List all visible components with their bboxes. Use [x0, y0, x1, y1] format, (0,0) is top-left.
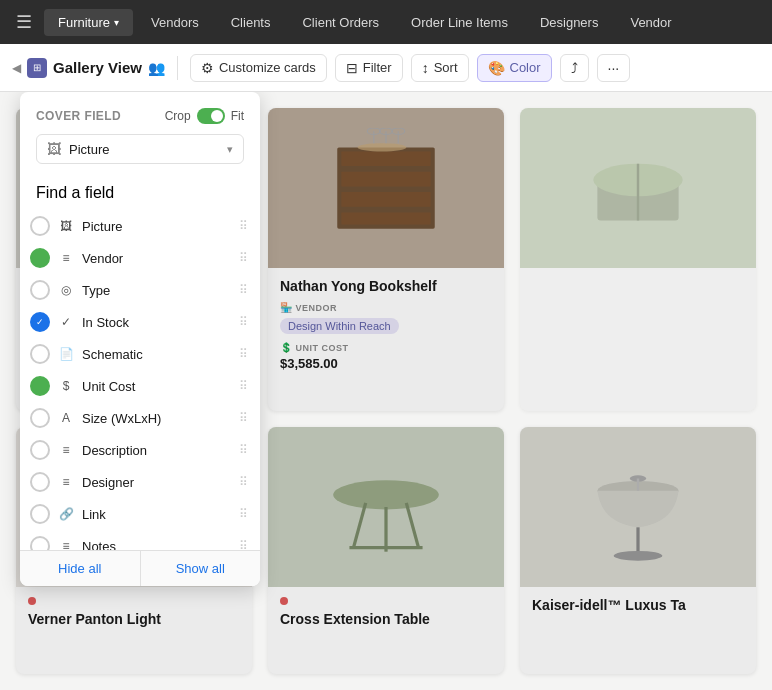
field-name-notes: Notes	[82, 539, 231, 551]
customize-panel: Cover field Crop Fit 🖼 Picture ▾ Find a …	[20, 92, 260, 586]
field-visibility-link[interactable]	[30, 504, 50, 524]
field-drag-type[interactable]: ⠿	[239, 283, 248, 297]
field-visibility-schematic[interactable]	[30, 344, 50, 364]
color-button[interactable]: 🎨 Color	[477, 54, 552, 82]
field-drag-vendor[interactable]: ⠿	[239, 251, 248, 265]
field-icon-notes: ≡	[58, 539, 74, 550]
field-name-description: Description	[82, 443, 231, 458]
nav-tab-order-line-items-label: Order Line Items	[411, 15, 508, 30]
color-dot-cross	[280, 597, 288, 605]
field-drag-description[interactable]: ⠿	[239, 443, 248, 457]
field-drag-link[interactable]: ⠿	[239, 507, 248, 521]
filter-button[interactable]: ⊟ Filter	[335, 54, 403, 82]
field-visibility-description[interactable]	[30, 440, 50, 460]
nav-tab-vendors[interactable]: Vendors	[137, 9, 213, 36]
hamburger-icon[interactable]: ☰	[8, 7, 40, 37]
nav-tab-order-line-items[interactable]: Order Line Items	[397, 9, 522, 36]
customize-cards-button[interactable]: ⚙ Customize cards	[190, 54, 327, 82]
svg-rect-11	[341, 172, 430, 187]
field-visibility-designer[interactable]	[30, 472, 50, 492]
field-name-in-stock: In Stock	[82, 315, 231, 330]
field-row-type[interactable]: ◎ Type ⠿	[20, 274, 260, 306]
field-row-schematic[interactable]: 📄 Schematic ⠿	[20, 338, 260, 370]
svg-rect-10	[341, 151, 430, 166]
field-drag-picture[interactable]: ⠿	[239, 219, 248, 233]
card-image-bookshelf	[268, 108, 504, 268]
card-outdoor[interactable]	[520, 108, 756, 411]
nav-tab-clients[interactable]: Clients	[217, 9, 285, 36]
field-icon-description: ≡	[58, 443, 74, 457]
card-vendor-badge-bookshelf: Design Within Reach	[280, 318, 399, 334]
nav-tab-vendor[interactable]: Vendor	[616, 9, 685, 36]
nav-tab-vendors-label: Vendors	[151, 15, 199, 30]
more-button[interactable]: ···	[597, 54, 631, 82]
field-icon-vendor: ≡	[58, 251, 74, 265]
fit-label: Fit	[231, 109, 244, 123]
field-row-designer[interactable]: ≡ Designer ⠿	[20, 466, 260, 498]
field-row-vendor[interactable]: ≡ Vendor ⠿	[20, 242, 260, 274]
show-all-button[interactable]: Show all	[141, 551, 261, 586]
field-icon-unit-cost: $	[58, 379, 74, 393]
filter-label: Filter	[363, 60, 392, 75]
card-title-lamp: Kaiser-idell™ Luxus Ta	[532, 597, 744, 613]
field-row-in-stock[interactable]: ✓ ✓ In Stock ⠿	[20, 306, 260, 338]
panel-crop-toggle-row: Crop Fit	[165, 108, 244, 124]
more-icon: ···	[608, 60, 620, 76]
card-title-verner: Verner Panton Light	[28, 611, 240, 627]
card-body-cross: Cross Extension Table	[268, 587, 504, 647]
field-icon-picture: 🖼	[58, 219, 74, 233]
field-name-designer: Designer	[82, 475, 231, 490]
field-visibility-unit-cost[interactable]	[30, 376, 50, 396]
sort-icon: ↕	[422, 60, 429, 76]
field-icon-type: ◎	[58, 283, 74, 297]
panel-cover-row: Cover field Crop Fit	[36, 108, 244, 124]
nav-tab-furniture[interactable]: Furniture ▾	[44, 9, 133, 36]
field-visibility-type[interactable]	[30, 280, 50, 300]
card-nathan-bookshelf[interactable]: Nathan Yong Bookshelf 🏪 VENDOR Design Wi…	[268, 108, 504, 411]
share-icon: ⤴	[571, 60, 578, 76]
field-visibility-notes[interactable]	[30, 536, 50, 550]
share-button[interactable]: ⤴	[560, 54, 589, 82]
svg-line-25	[354, 502, 366, 547]
field-drag-schematic[interactable]: ⠿	[239, 347, 248, 361]
crop-toggle[interactable]	[197, 108, 225, 124]
field-visibility-vendor[interactable]	[30, 248, 50, 268]
card-cross-extension[interactable]: Cross Extension Table	[268, 427, 504, 675]
card-kaiser-lamp[interactable]: Kaiser-idell™ Luxus Ta	[520, 427, 756, 675]
field-name-unit-cost: Unit Cost	[82, 379, 231, 394]
sort-button[interactable]: ↕ Sort	[411, 54, 469, 82]
card-price-label-bookshelf: 💲 UNIT COST	[280, 342, 492, 353]
nav-tab-designers[interactable]: Designers	[526, 9, 613, 36]
field-row-link[interactable]: 🔗 Link ⠿	[20, 498, 260, 530]
field-drag-unit-cost[interactable]: ⠿	[239, 379, 248, 393]
nav-tab-designers-label: Designers	[540, 15, 599, 30]
field-row-description[interactable]: ≡ Description ⠿	[20, 434, 260, 466]
field-drag-in-stock[interactable]: ⠿	[239, 315, 248, 329]
field-drag-size[interactable]: ⠿	[239, 411, 248, 425]
field-name-picture: Picture	[82, 219, 231, 234]
share-people-icon[interactable]: 👥	[148, 60, 165, 76]
field-drag-designer[interactable]: ⠿	[239, 475, 248, 489]
field-row-picture[interactable]: 🖼 Picture ⠿	[20, 210, 260, 242]
cover-field-select[interactable]: 🖼 Picture ▾	[36, 134, 244, 164]
field-visibility-size[interactable]	[30, 408, 50, 428]
panel-search: Find a field	[20, 180, 260, 210]
color-label: Color	[510, 60, 541, 75]
view-name-label: Gallery View	[53, 59, 142, 76]
field-row-unit-cost[interactable]: $ Unit Cost ⠿	[20, 370, 260, 402]
back-arrow[interactable]: ◀	[12, 61, 21, 75]
crop-label: Crop	[165, 109, 191, 123]
hide-all-button[interactable]: Hide all	[20, 551, 141, 586]
field-drag-notes[interactable]: ⠿	[239, 539, 248, 550]
field-visibility-in-stock[interactable]: ✓	[30, 312, 50, 332]
card-body-lamp: Kaiser-idell™ Luxus Ta	[520, 587, 756, 633]
card-title-bookshelf: Nathan Yong Bookshelf	[280, 278, 492, 294]
field-icon-size: A	[58, 411, 74, 425]
nav-tab-client-orders[interactable]: Client Orders	[288, 9, 393, 36]
field-visibility-picture[interactable]	[30, 216, 50, 236]
field-row-size[interactable]: A Size (WxLxH) ⠿	[20, 402, 260, 434]
svg-point-24	[333, 480, 439, 509]
field-icon-link: 🔗	[58, 507, 74, 521]
main-content: Barcelona Chair 🏪 VENDOR Design Within R…	[0, 92, 772, 690]
field-row-notes[interactable]: ≡ Notes ⠿	[20, 530, 260, 550]
